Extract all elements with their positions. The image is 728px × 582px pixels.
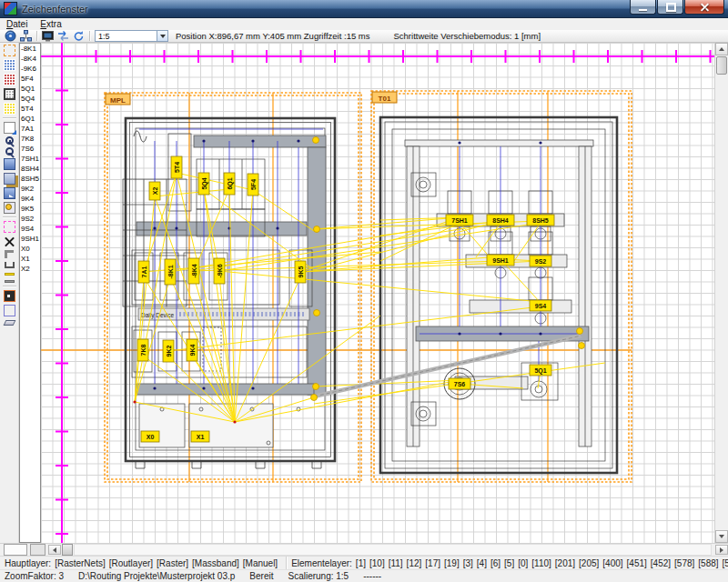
element-layer-toggle[interactable]: [6] xyxy=(490,558,500,568)
export-page-icon[interactable] xyxy=(4,122,15,134)
device-label-8sh4[interactable]: 8SH4 xyxy=(487,215,514,226)
zoom-out-icon[interactable] xyxy=(5,147,14,156)
layer-toggle-raster[interactable]: [Raster] xyxy=(157,558,188,568)
element-layer-toggle[interactable]: [110] xyxy=(531,558,551,568)
device-list-item[interactable]: X1 xyxy=(20,254,40,264)
device-label-9s2[interactable]: 9S2 xyxy=(530,256,551,266)
element-layer-toggle[interactable]: [400] xyxy=(602,558,622,568)
device-label-x1[interactable]: X1 xyxy=(191,431,209,442)
scroll-down-button[interactable] xyxy=(715,530,728,543)
stacked-panels-icon[interactable] xyxy=(4,173,15,185)
element-layer-toggle[interactable]: [17] xyxy=(425,558,440,568)
layer-toggle-routlayer[interactable]: [Routlayer] xyxy=(109,558,153,568)
device-label-5t4[interactable]: 5T4 xyxy=(171,156,182,178)
scroll-right-button[interactable] xyxy=(715,545,728,555)
horizontal-scroll-track[interactable] xyxy=(74,544,712,556)
device-list-item[interactable]: 7SH1 xyxy=(20,154,40,164)
element-layer-toggle[interactable]: [451] xyxy=(627,558,647,568)
grid-frame-icon[interactable] xyxy=(4,88,15,100)
device-list-item[interactable]: 9K4 xyxy=(20,194,40,204)
t01-tab[interactable]: T01 xyxy=(372,92,397,103)
gray-wire-icon[interactable] xyxy=(5,280,15,283)
grid-red-icon[interactable] xyxy=(4,74,15,85)
device-list-item[interactable]: -8K1 xyxy=(20,44,40,54)
yellow-wire-icon[interactable] xyxy=(5,273,15,276)
select-area-pink-icon[interactable] xyxy=(4,221,15,233)
eraser-icon[interactable] xyxy=(3,320,15,326)
device-list-item[interactable]: 5F4 xyxy=(20,74,40,84)
select-area-orange-icon[interactable] xyxy=(4,45,15,56)
menu-extra[interactable]: Extra xyxy=(34,19,67,29)
device-list-item[interactable]: -9K6 xyxy=(20,64,40,74)
layer-toggle-manuel[interactable]: [Manuel] xyxy=(243,558,278,568)
zoom-in-icon[interactable] xyxy=(5,136,14,145)
drawing-area[interactable]: MPL T01 xyxy=(41,43,714,543)
element-layer-toggle[interactable]: [588] xyxy=(698,558,718,568)
element-layer-toggle[interactable]: [3] xyxy=(463,558,473,568)
element-layer-toggle[interactable]: [578] xyxy=(674,558,694,568)
topology-button[interactable] xyxy=(18,30,34,42)
device-label-9k2[interactable]: 9K2 xyxy=(163,340,174,362)
menu-datei[interactable]: Datei xyxy=(0,19,34,29)
maximize-button[interactable] xyxy=(657,0,683,15)
device-list-item[interactable]: 9S2 xyxy=(20,214,40,224)
device-list-item[interactable]: 6Q1 xyxy=(20,114,40,124)
element-layer-toggle[interactable]: [583] xyxy=(723,558,728,568)
element-layer-toggle[interactable]: [1] xyxy=(356,558,366,568)
close-button[interactable] xyxy=(684,0,724,15)
device-list-item[interactable]: 8SH4 xyxy=(20,164,40,174)
device-label-9k5[interactable]: 9K5 xyxy=(295,261,306,283)
device-list[interactable]: -8K1 -8K4 -9K6 5F4 5Q1 5Q4 5T4 6Q1 7A1 7… xyxy=(19,43,41,543)
device-label-5q1[interactable]: 5Q1 xyxy=(530,365,551,376)
device-list-item[interactable]: 9K2 xyxy=(20,184,40,194)
element-layer-toggle[interactable]: [11] xyxy=(389,558,403,568)
minimize-button[interactable] xyxy=(630,0,656,15)
mpl-tab[interactable]: MPL xyxy=(106,94,130,105)
scale-dropdown-button[interactable] xyxy=(157,31,167,41)
device-list-item[interactable]: 9K5 xyxy=(20,204,40,214)
horizontal-scroll-thumb[interactable] xyxy=(62,544,73,556)
device-label-8sh5[interactable]: 8SH5 xyxy=(527,215,554,226)
layer-toggle-massband[interactable]: [Massband] xyxy=(192,558,239,568)
device-label-x2[interactable]: X2 xyxy=(149,182,160,200)
device-label-8k4[interactable]: -8K4 xyxy=(188,258,199,284)
device-list-item[interactable]: 7A1 xyxy=(20,124,40,134)
device-label-7a1[interactable]: 7A1 xyxy=(138,261,149,283)
pane-split-box[interactable] xyxy=(4,544,27,556)
device-list-item[interactable]: 9SH1 xyxy=(20,234,40,244)
element-layer-toggle[interactable]: [201] xyxy=(555,558,575,568)
frame-purple-icon[interactable] xyxy=(4,305,15,316)
device-label-9s4[interactable]: 9S4 xyxy=(530,300,551,311)
device-label-8k1[interactable]: -8K1 xyxy=(165,259,176,285)
panel-marker-icon[interactable] xyxy=(4,202,15,214)
scroll-up-button[interactable] xyxy=(715,43,728,55)
device-label-7s6[interactable]: 7S6 xyxy=(449,378,470,389)
device-label-9k4[interactable]: 9K4 xyxy=(187,339,197,361)
titlebar[interactable]: Zeichenfenster xyxy=(0,0,728,18)
delete-icon[interactable] xyxy=(4,236,15,247)
device-label-5f4[interactable]: 5F4 xyxy=(248,174,258,196)
device-label-9k6[interactable]: -9K6 xyxy=(214,258,225,284)
device-label-9sh1[interactable]: 9SH1 xyxy=(487,255,514,266)
refresh-button[interactable] xyxy=(71,30,86,42)
element-layer-toggle[interactable]: [4] xyxy=(477,558,487,568)
panel-view-icon[interactable] xyxy=(4,158,15,170)
grid-blue-icon[interactable] xyxy=(4,59,15,71)
bracket-range-icon[interactable] xyxy=(5,262,15,268)
element-layer-toggle[interactable]: [10] xyxy=(369,558,385,568)
drawing-canvas[interactable]: MPL T01 xyxy=(41,43,714,543)
device-list-item[interactable]: X2 xyxy=(20,264,40,274)
panel-arrow-icon[interactable] xyxy=(4,187,15,199)
print-button[interactable] xyxy=(3,30,18,42)
element-layer-toggle[interactable]: [19] xyxy=(444,558,460,568)
vertical-scroll-thumb[interactable] xyxy=(716,56,727,75)
element-layer-toggle[interactable]: [12] xyxy=(407,558,422,568)
transfer-button[interactable] xyxy=(56,30,71,42)
device-list-item[interactable]: 5Q4 xyxy=(20,94,40,104)
polyline-icon[interactable] xyxy=(5,250,14,258)
device-list-item[interactable]: 9S4 xyxy=(20,224,40,234)
vertical-scroll-track[interactable] xyxy=(715,75,728,530)
element-layer-toggle[interactable]: [452] xyxy=(651,558,671,568)
element-layer-toggle[interactable]: [205] xyxy=(579,558,599,568)
scale-combobox[interactable]: 1:5 xyxy=(95,30,168,42)
